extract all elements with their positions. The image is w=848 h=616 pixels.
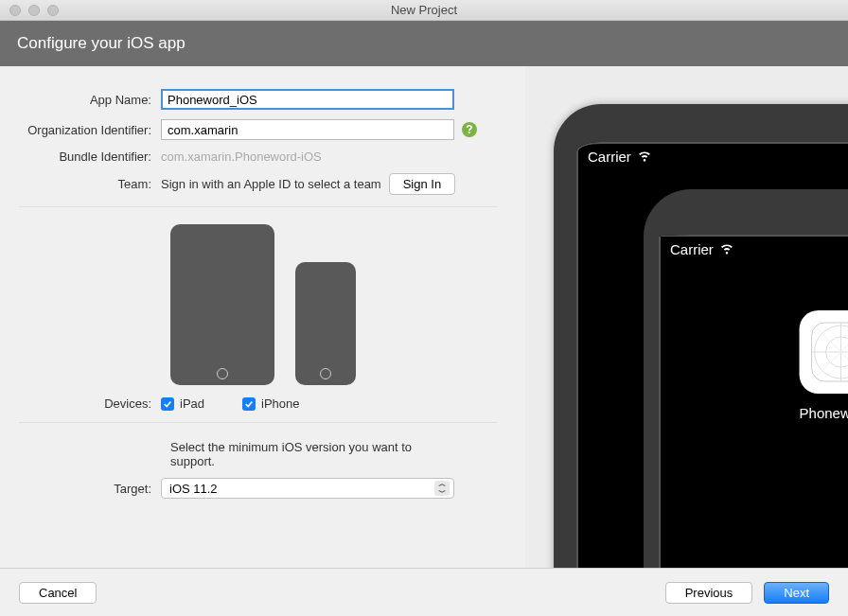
preview-area: Carrier Carrier [525, 66, 848, 568]
form-area: App Name: Organization Identifier: ? Bun… [0, 66, 525, 568]
page-title: Configure your iOS app [17, 34, 186, 52]
iphone-checkbox[interactable]: iPhone [242, 396, 299, 411]
org-id-label: Organization Identifier: [19, 123, 161, 137]
previous-button[interactable]: Previous [665, 582, 753, 604]
app-name-label: App Name: [19, 93, 161, 107]
iphone-glyph [295, 262, 356, 385]
bundle-id-label: Bundle Identifier: [19, 150, 161, 164]
help-icon[interactable]: ? [462, 122, 477, 137]
team-hint-text: Sign in with an Apple ID to select a tea… [161, 177, 381, 191]
target-label: Target: [19, 482, 161, 496]
app-preview: Phoneword… [800, 310, 848, 421]
wifi-icon [637, 148, 652, 166]
carrier-label: Carrier [670, 241, 714, 257]
ipad-checkbox-label: iPad [180, 396, 204, 411]
titlebar: New Project [0, 0, 848, 21]
preview-iphone: Carrier Phoneword… [644, 189, 848, 568]
target-value: iOS 11.2 [169, 482, 218, 496]
target-hint: Select the minimum iOS version you want … [19, 440, 426, 468]
ipad-glyph [170, 224, 274, 385]
carrier-label: Carrier [588, 149, 631, 165]
chevron-down-icon [434, 481, 450, 496]
wifi-icon [719, 240, 734, 258]
sign-in-button[interactable]: Sign In [389, 173, 455, 195]
devices-label: Devices: [19, 396, 161, 411]
app-preview-label: Phoneword… [800, 405, 848, 421]
cancel-button[interactable]: Cancel [19, 582, 97, 604]
iphone-checkbox-label: iPhone [261, 396, 299, 411]
next-button[interactable]: Next [764, 582, 829, 604]
window-title: New Project [0, 3, 848, 17]
ipad-checkbox[interactable]: iPad [161, 396, 204, 411]
target-select[interactable]: iOS 11.2 [161, 478, 454, 499]
bundle-id-value: com.xamarin.Phoneword-iOS [161, 150, 322, 164]
app-icon [800, 310, 848, 394]
footer: Cancel Previous Next [0, 568, 848, 616]
team-label: Team: [19, 177, 161, 191]
org-id-input[interactable] [161, 119, 454, 140]
page-header: Configure your iOS app [0, 21, 848, 66]
app-name-input[interactable] [161, 89, 454, 110]
device-preview [19, 224, 497, 385]
